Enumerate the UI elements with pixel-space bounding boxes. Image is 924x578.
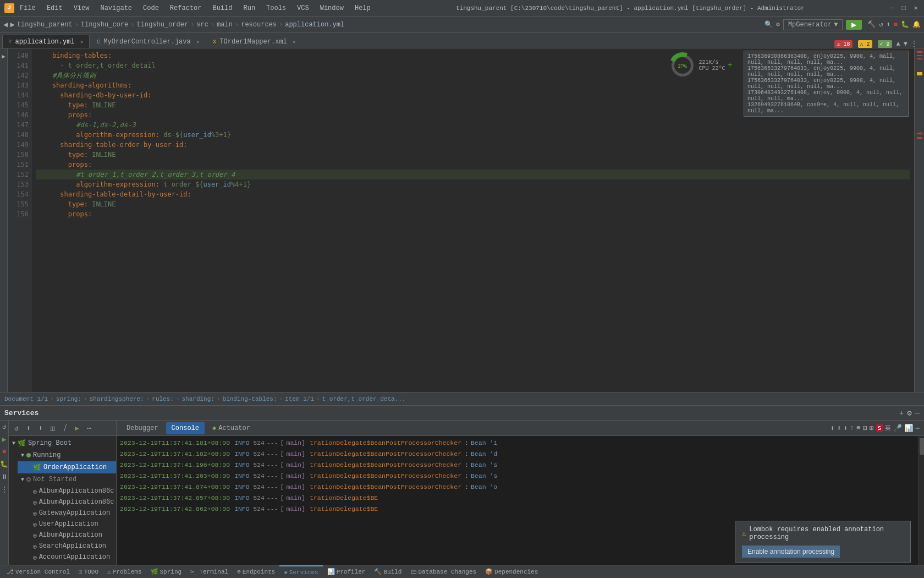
more-tabs-icon[interactable]: ⋮ [911,40,917,48]
ok-count-badge[interactable]: ✓ 9 [878,40,892,48]
toolbar-group[interactable]: ◫ [47,423,58,434]
warning-count-badge[interactable]: △ 2 [858,40,872,48]
log-icon-4[interactable]: ↑ [850,424,854,432]
log-icon-5[interactable]: ≡ [856,424,861,432]
stop-left-icon[interactable]: ■ [2,448,6,456]
order-application-item[interactable]: 🌿 OrderApplication [18,461,116,473]
bottom-tab-endpoints[interactable]: ⊕ Endpoints [233,565,279,579]
menu-edit[interactable]: Edit [45,3,65,13]
bottom-tab-vc[interactable]: ⎇ Version Control [2,565,74,579]
menu-refactor[interactable]: Refactor [168,3,204,13]
tab-debugger[interactable]: Debugger [121,422,164,434]
breadcrumb-src[interactable]: src [196,21,208,29]
stop-icon[interactable]: ■ [894,21,898,29]
bottom-tab-dbchanges[interactable]: 🗃 Database Changes [406,565,481,579]
tab-application-yml[interactable]: Y application.yml ✕ [2,35,90,48]
run-button[interactable]: ▶ [846,20,862,30]
window-controls[interactable]: ─ □ ✕ [888,4,920,12]
toolbar-run-service[interactable]: ▶ [72,423,82,434]
album-app-2[interactable]: ◎ AlbumApplication86c [18,497,116,508]
bottom-tab-build[interactable]: 🔨 Build [370,565,406,579]
breadcrumb-shardingsphere[interactable]: shardingsphere: [90,396,144,402]
build-icon[interactable]: 🔨 [867,20,876,29]
play-left-icon[interactable]: ▶ [2,435,6,444]
breadcrumb-binding-tables[interactable]: binding-tables: [223,396,277,402]
panel-add-icon[interactable]: + [899,409,904,418]
bottom-tab-terminal[interactable]: >_ Terminal [186,565,233,579]
spring-boot-header[interactable]: ▼ 🌿 Spring Boot [9,437,116,449]
search-icon[interactable]: 🔍 [765,20,773,29]
menu-run[interactable]: Run [241,3,257,13]
toolbar-filter[interactable]: ⧸ [59,423,70,434]
settings-icon[interactable]: ⚙ [776,20,780,29]
log-icon-2[interactable]: ⬇ [837,424,842,433]
breadcrumb-item[interactable]: Item 1/1 [285,396,314,402]
breadcrumb-core[interactable]: tingshu_core [81,21,128,29]
log-chart-icon[interactable]: 📊 [904,424,913,433]
gateway-app[interactable]: ◎ GatewayApplication [18,508,116,519]
back-icon[interactable]: ◀ [3,20,8,29]
log-area[interactable]: 2023-12-19T11:37:41.181+08:00 INFO 524 -… [117,436,924,565]
bottom-tab-deps[interactable]: 📦 Dependencies [481,565,542,579]
breadcrumb-order[interactable]: tingshu_order [137,21,189,29]
code-editor[interactable]: 175636930866363408, enjoy0225, 9900, 4, … [8,48,914,392]
log-lang-icon[interactable]: 英 [885,424,891,432]
scroll-up-icon[interactable]: ▲ [897,40,900,48]
tab-my-order-controller[interactable]: C MyOrderController.java ✕ [91,35,206,48]
log-mic-icon[interactable]: 🎤 [893,424,902,433]
bottom-tab-profiler[interactable]: 📊 Profiler [323,565,370,579]
breadcrumb-doc[interactable]: Document 1/1 [4,396,48,402]
log-icon-7[interactable]: ⊞ [870,424,874,433]
tab-actuator[interactable]: ◈ Actuator [207,422,256,434]
commit-icon[interactable]: ⬆ [887,20,890,29]
breadcrumb-parent[interactable]: tingshu_parent [17,21,73,29]
breadcrumb-value[interactable]: t_order,t_order_deta... [322,396,406,402]
breadcrumb-rules[interactable]: rules: [152,396,174,402]
search-app[interactable]: ◎ SearchApplication [18,541,116,552]
account-app[interactable]: ◎ AccountApplication [18,552,116,563]
panel-settings-icon[interactable]: ⚙ [907,408,911,418]
toolbar-down[interactable]: ⬇ [35,423,46,434]
close-tab-java[interactable]: ✕ [196,39,200,45]
error-count-badge[interactable]: ⚠ 18 [834,40,852,48]
menu-help[interactable]: Help [353,3,373,13]
pause-left-icon[interactable]: ⏸ [1,473,8,481]
breadcrumb-sharding[interactable]: sharding: [182,396,215,402]
scroll-down-icon[interactable]: ▼ [904,40,908,48]
breadcrumb-main[interactable]: main [217,21,233,29]
menu-navigate[interactable]: Navigate [98,3,134,13]
tab-console[interactable]: Console [166,422,205,434]
breadcrumb-file[interactable]: application.yml [285,21,344,29]
album-app-1[interactable]: ◎ AlbumApplication86c [18,486,116,497]
menu-view[interactable]: View [72,3,92,13]
menu-window[interactable]: Window [318,3,346,13]
reload-icon[interactable]: ↺ [879,20,883,29]
notifications-icon[interactable]: 🔔 [912,20,921,29]
log-icon-1[interactable]: ⬆ [831,424,835,433]
tab-torder-mapper[interactable]: X TOrder1Mapper.xml ✕ [207,35,302,48]
bottom-tab-spring[interactable]: 🌿 Spring [146,565,186,579]
menu-vcs[interactable]: VCS [295,3,311,13]
project-toggle-icon[interactable]: ▶ [2,53,6,60]
toolbar-more-service[interactable]: ⋯ [84,423,95,434]
user-app[interactable]: ◎ UserApplication [18,519,116,530]
menu-code[interactable]: Code [141,3,161,13]
more-left-icon[interactable]: ⋮ [1,486,8,494]
menu-file[interactable]: File [18,3,38,13]
close-tab-yml[interactable]: ✕ [80,39,84,45]
refresh-left-icon[interactable]: ↺ [2,423,6,431]
debug-left-icon[interactable]: 🐛 [0,460,8,468]
toolbar-refresh[interactable]: ↺ [11,423,22,434]
mp-generator-button[interactable]: MpGenerator ▼ [783,19,843,30]
close-button[interactable]: ✕ [912,4,920,12]
close-tab-xml[interactable]: ✕ [293,39,296,45]
enable-annotation-button[interactable]: Enable annotation processing [742,546,840,558]
toolbar-up[interactable]: ⬆ [23,423,34,434]
breadcrumb-spring[interactable]: spring: [56,396,81,402]
log-scrollbar[interactable] [919,436,924,565]
bottom-tab-todo[interactable]: ☑ TODO [74,565,103,579]
log-more-icon[interactable]: ⋯ [915,424,920,433]
bottom-tab-problems[interactable]: ⚠ Problems [103,565,146,579]
not-started-header[interactable]: ▼ Not Started [18,473,116,486]
scroll-thumb[interactable] [920,438,924,455]
